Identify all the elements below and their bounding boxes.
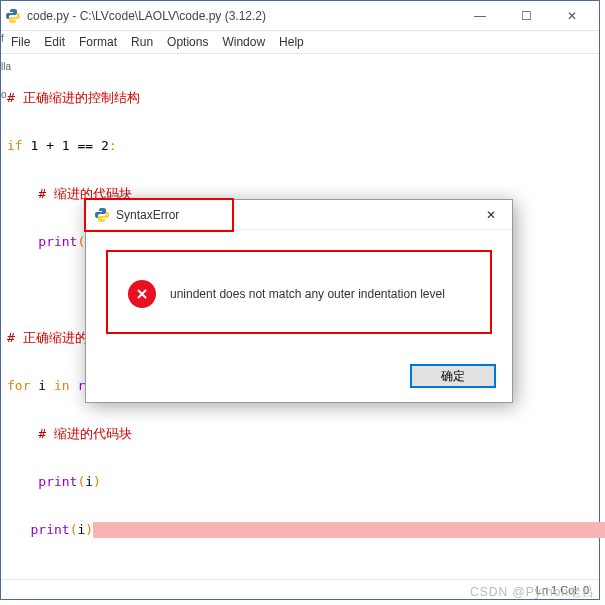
dialog-body: unindent does not match any outer indent… xyxy=(106,250,492,334)
error-dialog: SyntaxError ✕ unindent does not match an… xyxy=(85,199,513,403)
menu-options[interactable]: Options xyxy=(167,35,208,49)
dialog-title: SyntaxError xyxy=(116,208,478,222)
error-message: unindent does not match any outer indent… xyxy=(170,287,445,301)
cursor-position: Ln 1 Col: 0 xyxy=(536,584,589,596)
minimize-button[interactable]: — xyxy=(457,1,503,31)
python-icon xyxy=(5,8,21,24)
code-comment: # 正确缩进的控制结构 xyxy=(7,90,140,105)
menu-run[interactable]: Run xyxy=(131,35,153,49)
error-icon xyxy=(128,280,156,308)
dialog-titlebar[interactable]: SyntaxError ✕ xyxy=(86,200,512,230)
menu-help[interactable]: Help xyxy=(279,35,304,49)
titlebar[interactable]: code.py - C:\LVcode\LAOLV\code.py (3.12.… xyxy=(1,1,599,31)
statusbar: Ln 1 Col: 0 xyxy=(1,579,599,599)
python-icon xyxy=(94,207,110,223)
window-title: code.py - C:\LVcode\LAOLV\code.py (3.12.… xyxy=(27,9,457,23)
maximize-button[interactable]: ☐ xyxy=(503,1,549,31)
dialog-close-button[interactable]: ✕ xyxy=(478,202,504,228)
menubar: File Edit Format Run Options Window Help xyxy=(1,31,599,54)
idle-window: code.py - C:\LVcode\LAOLV\code.py (3.12.… xyxy=(0,0,600,600)
close-button[interactable]: ✕ xyxy=(549,1,595,31)
menu-file[interactable]: File xyxy=(11,35,30,49)
menu-window[interactable]: Window xyxy=(222,35,265,49)
ok-button[interactable]: 确定 xyxy=(410,364,496,388)
menu-format[interactable]: Format xyxy=(79,35,117,49)
menu-edit[interactable]: Edit xyxy=(44,35,65,49)
error-line: print(i) xyxy=(7,522,593,538)
